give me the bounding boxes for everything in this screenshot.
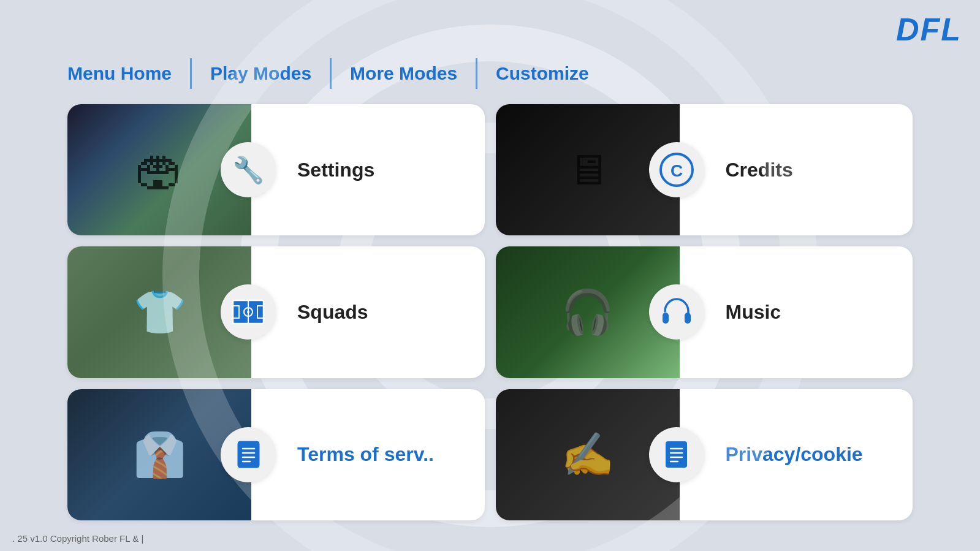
squads-icon-wrapper: [221, 284, 276, 340]
footer-text: . 25 v1.0 Copyright Rober FL & |: [12, 533, 143, 544]
settings-label: Settings: [251, 159, 485, 181]
document-icon-terms: [232, 438, 265, 471]
terms-card[interactable]: Terms of serv..: [67, 389, 485, 520]
privacy-card[interactable]: Privacy/cookie: [496, 389, 913, 520]
football-pitch-icon: [230, 294, 266, 330]
privacy-label: Privacy/cookie: [680, 443, 913, 466]
svg-point-8: [247, 311, 249, 313]
settings-icon-wrapper: 🔧: [221, 142, 276, 197]
copyright-icon: C: [659, 152, 694, 188]
dfl-logo: DFL: [896, 11, 962, 48]
svg-rect-17: [666, 441, 687, 468]
nav-bar: Menu Home Play Modes More Modes Customiz…: [67, 58, 962, 89]
music-card[interactable]: Music: [496, 246, 913, 378]
svg-rect-11: [238, 441, 259, 468]
settings-card[interactable]: 🔧 Settings: [67, 104, 485, 235]
credits-icon-wrapper: C: [649, 142, 704, 197]
music-icon-wrapper: [649, 284, 704, 340]
terms-icon-wrapper: [221, 427, 276, 482]
credits-label: Credits: [680, 159, 913, 181]
headphones-icon: [659, 294, 694, 330]
nav-play-modes[interactable]: Play Modes: [192, 63, 330, 84]
svg-rect-10: [685, 313, 691, 324]
squads-card[interactable]: Squads: [67, 246, 485, 378]
privacy-icon-wrapper: [649, 427, 704, 482]
nav-customize[interactable]: Customize: [477, 63, 607, 84]
terms-label: Terms of serv..: [251, 443, 485, 466]
credits-card[interactable]: C Credits: [496, 104, 913, 235]
main-grid: 🔧 Settings C Credits: [67, 104, 913, 520]
nav-divider-3: [476, 58, 477, 89]
squads-label: Squads: [251, 301, 485, 324]
music-label: Music: [680, 301, 913, 324]
svg-text:C: C: [670, 162, 682, 181]
document-icon-privacy: [659, 438, 693, 471]
nav-divider-1: [190, 58, 192, 89]
nav-divider-2: [330, 58, 332, 89]
svg-rect-9: [663, 313, 669, 324]
nav-more-modes[interactable]: More Modes: [332, 63, 476, 84]
nav-menu-home[interactable]: Menu Home: [67, 63, 190, 84]
tools-unicode-icon: 🔧: [232, 155, 264, 185]
